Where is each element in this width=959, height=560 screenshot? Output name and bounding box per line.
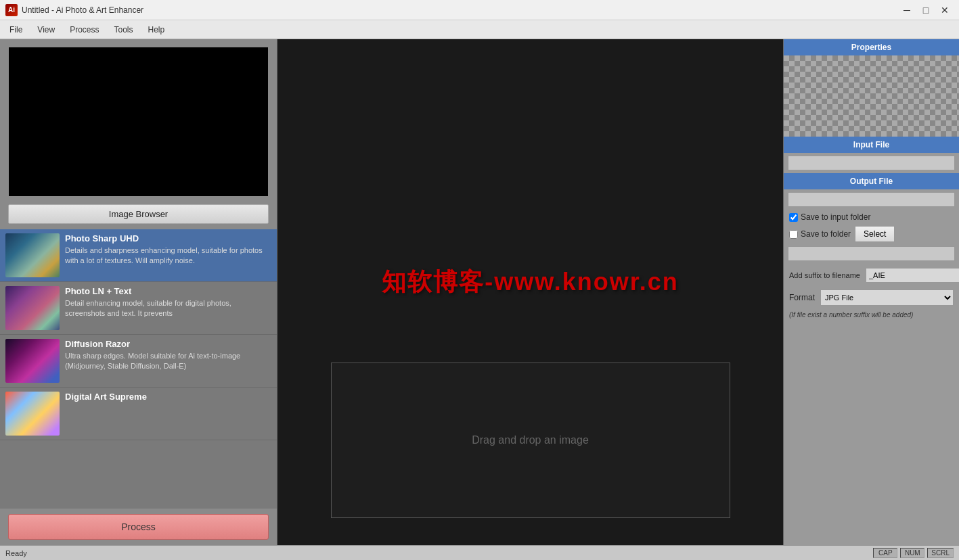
cap-indicator: CAP — [873, 548, 897, 558]
save-to-folder-label[interactable]: Save to folder — [789, 229, 851, 239]
minimize-button[interactable]: ─ — [898, 3, 916, 17]
drop-zone-text: Drag and drop an image — [472, 434, 589, 446]
ready-status: Ready — [5, 549, 27, 557]
model-name-3: Digital Art Supreme — [65, 392, 271, 402]
model-name-0: Photo Sharp UHD — [65, 233, 271, 243]
note-text: (If file exist a number suffix will be a… — [784, 308, 959, 321]
format-label: Format — [789, 293, 815, 302]
menu-bar: File View Process Tools Help — [0, 20, 959, 39]
model-item-digital-art-supreme[interactable]: Digital Art Supreme — [0, 388, 277, 440]
watermark-text: 知软博客-www.knowr.cn — [382, 266, 679, 299]
checker-preview — [784, 55, 959, 137]
title-text: Untitled - Ai Photo & Art Enhancer — [22, 5, 143, 15]
model-desc-0: Details and sharpness enhancing model, s… — [65, 246, 271, 266]
model-thumbnail-3 — [5, 392, 60, 436]
left-panel: Image Browser Photo Sharp UHD Details an… — [0, 39, 277, 545]
suffix-input[interactable] — [866, 268, 959, 283]
maximize-button[interactable]: □ — [917, 3, 935, 17]
num-indicator: NUM — [900, 548, 924, 558]
model-item-photo-sharp-uhd[interactable]: Photo Sharp UHD Details and sharpness en… — [0, 229, 277, 282]
input-file-field[interactable] — [788, 156, 955, 170]
scrl-indicator: SCRL — [927, 548, 954, 558]
folder-path-field[interactable] — [788, 246, 955, 261]
title-bar-controls: ─ □ ✕ — [898, 3, 954, 17]
save-to-folder-row: Save to folder Select — [784, 225, 959, 243]
output-file-field[interactable] — [788, 192, 955, 207]
model-item-diffusion-razor[interactable]: Diffusion Razor Ultra sharp edges. Model… — [0, 335, 277, 388]
add-suffix-label: Add suffix to filename — [789, 271, 860, 279]
status-bar: Ready CAP NUM SCRL — [0, 545, 959, 560]
menu-process[interactable]: Process — [63, 22, 106, 37]
model-name-2: Diffusion Razor — [65, 339, 271, 349]
process-button[interactable]: Process — [8, 514, 269, 540]
main-layout: Image Browser Photo Sharp UHD Details an… — [0, 39, 959, 545]
menu-tools[interactable]: Tools — [108, 22, 140, 37]
preview-area — [9, 47, 268, 196]
model-info-3: Digital Art Supreme — [65, 392, 271, 404]
format-select[interactable]: JPG File PNG File BMP File TIFF File — [820, 289, 954, 306]
save-to-input-folder-checkbox[interactable] — [789, 213, 798, 222]
model-thumbnail-1 — [5, 286, 60, 330]
save-to-input-folder-label[interactable]: Save to input folder — [789, 212, 870, 222]
status-indicators: CAP NUM SCRL — [873, 548, 954, 558]
model-name-1: Photo LN + Text — [65, 286, 271, 296]
format-row: Format JPG File PNG File BMP File TIFF F… — [784, 287, 959, 308]
close-button[interactable]: ✕ — [936, 3, 954, 17]
output-file-header: Output File — [784, 173, 959, 189]
save-to-folder-checkbox[interactable] — [789, 230, 798, 239]
select-folder-button[interactable]: Select — [855, 226, 895, 242]
input-file-header: Input File — [784, 137, 959, 153]
menu-file[interactable]: File — [3, 22, 29, 37]
title-bar-left: Ai Untitled - Ai Photo & Art Enhancer — [5, 4, 143, 16]
properties-header: Properties — [784, 39, 959, 55]
model-list: Photo Sharp UHD Details and sharpness en… — [0, 229, 277, 509]
model-info-2: Diffusion Razor Ultra sharp edges. Model… — [65, 339, 271, 372]
model-thumbnail-2 — [5, 339, 60, 383]
model-desc-2: Ultra sharp edges. Model suitable for Ai… — [65, 351, 271, 372]
model-item-photo-ln-text[interactable]: Photo LN + Text Detail enhancing model, … — [0, 282, 277, 335]
model-info-0: Photo Sharp UHD Details and sharpness en… — [65, 233, 271, 266]
image-browser-button[interactable]: Image Browser — [8, 204, 269, 224]
right-panel: Properties Input File Output File Save t… — [783, 39, 959, 545]
app-icon: Ai — [5, 4, 18, 16]
drop-zone[interactable]: Drag and drop an image — [331, 363, 730, 518]
model-desc-1: Detail enhancing model, suitable for dig… — [65, 298, 271, 319]
menu-view[interactable]: View — [30, 22, 62, 37]
menu-help[interactable]: Help — [141, 22, 172, 37]
title-bar: Ai Untitled - Ai Photo & Art Enhancer ─ … — [0, 0, 959, 20]
save-to-input-folder-row: Save to input folder — [784, 210, 959, 225]
model-info-1: Photo LN + Text Detail enhancing model, … — [65, 286, 271, 319]
model-thumbnail-0 — [5, 233, 60, 277]
suffix-row: Add suffix to filename — [784, 264, 959, 287]
center-canvas[interactable]: 知软博客-www.knowr.cn Drag and drop an image — [277, 39, 783, 545]
